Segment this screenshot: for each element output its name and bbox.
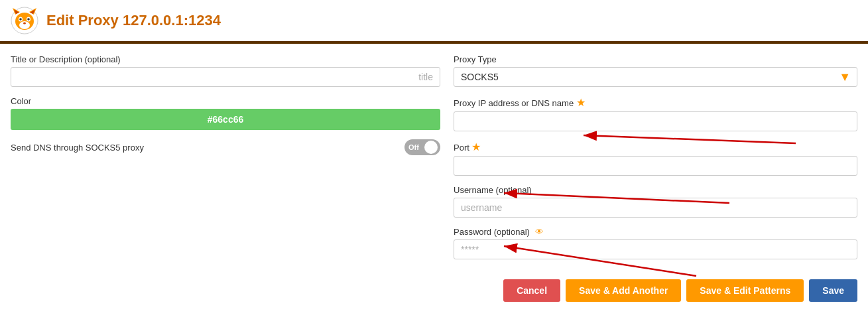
port-required-star: ★ xyxy=(471,141,481,153)
svg-point-9 xyxy=(19,18,22,21)
password-label: Password (optional) 👁 xyxy=(454,227,857,237)
proxy-ip-group: Proxy IP address or DNS name ★ 127.0.0.1 xyxy=(454,96,857,141)
proxy-ip-label-text: Proxy IP address or DNS name xyxy=(454,98,574,108)
page-title: Edit Proxy 127.0.0.1:1234 xyxy=(46,12,221,29)
port-group: Port ★ 1234 xyxy=(454,141,857,185)
toggle-knob xyxy=(424,141,438,154)
password-label-text: Password (optional) xyxy=(454,227,530,237)
dns-toggle-row: Send DNS through SOCKS5 proxy Off xyxy=(11,139,440,155)
save-add-another-button[interactable]: Save & Add Another xyxy=(566,279,681,302)
dns-label: Send DNS through SOCKS5 proxy xyxy=(11,143,144,153)
proxy-type-select-wrapper: SOCKS5 SOCKS4 HTTP HTTPS ▼ xyxy=(454,67,857,87)
footer: Cancel Save & Add Another Save & Edit Pa… xyxy=(0,269,868,312)
port-label-text: Port xyxy=(454,143,469,153)
username-group: Username (optional) xyxy=(454,185,857,227)
port-label: Port ★ xyxy=(454,141,857,153)
port-input[interactable]: 1234 xyxy=(454,156,857,176)
app-logo xyxy=(11,7,38,34)
toggle-off-label: Off xyxy=(408,143,419,151)
dns-toggle[interactable]: Off xyxy=(404,139,440,155)
left-column: Title or Description (optional) Color #6… xyxy=(11,54,440,269)
title-field-group: Title or Description (optional) xyxy=(11,54,440,87)
ip-required-star: ★ xyxy=(576,97,586,108)
color-button[interactable]: #66cc66 xyxy=(11,109,440,130)
svg-point-10 xyxy=(27,18,30,21)
username-label: Username (optional) xyxy=(454,185,857,195)
proxy-ip-input[interactable]: 127.0.0.1 xyxy=(454,111,857,131)
password-group: Password (optional) 👁 xyxy=(454,227,857,269)
password-input[interactable] xyxy=(454,239,857,259)
proxy-ip-label: Proxy IP address or DNS name ★ xyxy=(454,96,857,109)
proxy-type-group: Proxy Type SOCKS5 SOCKS4 HTTP HTTPS ▼ xyxy=(454,54,857,87)
color-field-group: Color #66cc66 xyxy=(11,96,440,139)
username-input[interactable] xyxy=(454,198,857,218)
save-edit-patterns-button[interactable]: Save & Edit Patterns xyxy=(686,279,804,302)
cancel-button[interactable]: Cancel xyxy=(503,279,560,302)
proxy-type-label: Proxy Type xyxy=(454,54,857,64)
content-area: Title or Description (optional) Color #6… xyxy=(0,44,868,269)
header: Edit Proxy 127.0.0.1:1234 xyxy=(0,0,868,44)
title-input-wrapper xyxy=(11,67,440,87)
svg-point-11 xyxy=(23,23,26,25)
right-column: Proxy Type SOCKS5 SOCKS4 HTTP HTTPS ▼ Pr… xyxy=(454,54,857,269)
eye-icon[interactable]: 👁 xyxy=(535,227,544,237)
main-layout: Title or Description (optional) Color #6… xyxy=(0,44,868,269)
title-label: Title or Description (optional) xyxy=(11,54,440,64)
save-button[interactable]: Save xyxy=(809,279,857,302)
title-input[interactable] xyxy=(11,67,440,87)
color-label: Color xyxy=(11,96,440,106)
proxy-type-select[interactable]: SOCKS5 SOCKS4 HTTP HTTPS xyxy=(454,67,857,87)
